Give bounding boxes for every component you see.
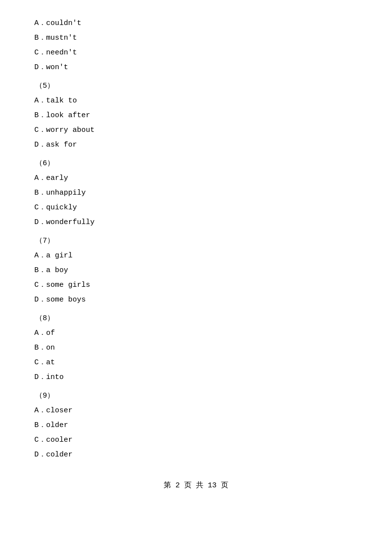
option-2-1[interactable]: B．unhappily [34,187,358,199]
option-3-0[interactable]: A．a girl [34,250,358,262]
option-5-3[interactable]: D．colder [34,449,358,461]
option-3-1[interactable]: B．a boy [34,265,358,277]
option-2-0[interactable]: A．early [34,173,358,184]
section-number-5: （9） [35,390,358,402]
question-group-4: （8）A．ofB．onC．atD．into [34,313,358,383]
page-footer: 第 2 页 共 13 页 [34,480,358,490]
question-group-3: （7）A．a girlB．a boyC．some girlsD．some boy… [34,235,358,306]
section-number-2: （6） [35,158,358,170]
question-group-0: A．couldn'tB．mustn'tC．needn'tD．won't [34,18,358,74]
question-group-1: （5）A．talk toB．look afterC．worry aboutD．a… [34,80,358,151]
option-0-3[interactable]: D．won't [34,62,358,74]
question-group-2: （6）A．earlyB．unhappilyC．quicklyD．wonderfu… [34,158,358,228]
option-4-3[interactable]: D．into [34,372,358,383]
option-0-1[interactable]: B．mustn't [34,32,358,44]
option-0-0[interactable]: A．couldn't [34,18,358,29]
option-5-2[interactable]: C．cooler [34,434,358,446]
section-number-4: （8） [35,313,358,325]
question-group-5: （9）A．closerB．olderC．coolerD．colder [34,390,358,461]
option-4-0[interactable]: A．of [34,328,358,339]
option-1-2[interactable]: C．worry about [34,125,358,136]
option-0-2[interactable]: C．needn't [34,47,358,59]
option-1-3[interactable]: D．ask for [34,139,358,151]
option-3-3[interactable]: D．some boys [34,294,358,306]
option-2-2[interactable]: C．quickly [34,202,358,214]
option-2-3[interactable]: D．wonderfully [34,217,358,228]
option-3-2[interactable]: C．some girls [34,279,358,291]
section-number-3: （7） [35,235,358,247]
option-1-0[interactable]: A．talk to [34,95,358,107]
option-1-1[interactable]: B．look after [34,110,358,122]
option-5-0[interactable]: A．closer [34,405,358,417]
option-4-2[interactable]: C．at [34,357,358,369]
content-area: A．couldn'tB．mustn'tC．needn'tD．won't（5）A．… [34,18,358,490]
section-number-1: （5） [35,80,358,92]
option-5-1[interactable]: B．older [34,420,358,431]
option-4-1[interactable]: B．on [34,342,358,354]
